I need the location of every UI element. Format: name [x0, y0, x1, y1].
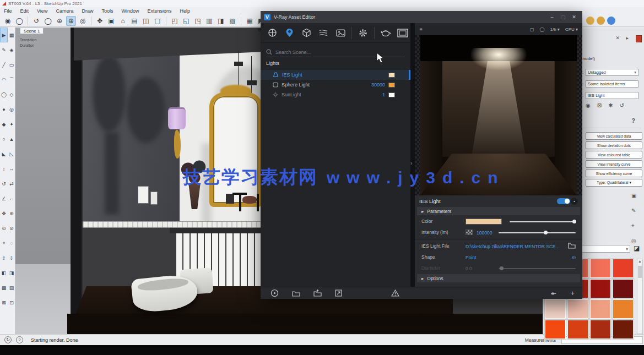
export-icon[interactable] [335, 290, 342, 297]
geometry-icon[interactable] [300, 27, 312, 39]
intensity-slider-knob[interactable] [544, 231, 548, 234]
walk-tool-icon[interactable]: ⇧ [0, 250, 8, 265]
circle-icon[interactable]: ◯ [43, 16, 53, 26]
orbit-tool-icon[interactable]: ∠ [0, 191, 8, 206]
rectangle-tool-icon[interactable]: ▭ [8, 57, 15, 72]
pan-tool-icon[interactable]: ⌐ [8, 191, 15, 206]
tape-measure-icon[interactable]: ◣ [0, 146, 8, 161]
list-item-ies-light[interactable]: IES Light [261, 70, 410, 80]
extra-tool2-icon[interactable]: ⊡ [8, 295, 15, 310]
save-folder-icon[interactable] [313, 290, 322, 297]
lights-icon[interactable] [283, 27, 295, 39]
text-tool-icon[interactable]: ↔ [8, 161, 15, 176]
offset-tool-icon[interactable]: ◎ [8, 102, 15, 117]
zoom-extents-icon[interactable]: ⊕ [66, 16, 76, 26]
tray-button-5[interactable]: Show efficiency curve [586, 170, 642, 177]
vray-ipr-icon[interactable] [597, 17, 605, 25]
paint-icon[interactable]: ▤ [129, 16, 139, 26]
rectangle-icon[interactable]: ▣ [106, 16, 116, 26]
menu-item-view[interactable]: View [37, 8, 47, 14]
light-enable-toggle[interactable] [557, 198, 570, 204]
materials-icon[interactable] [266, 27, 278, 39]
menu-item-window[interactable]: Window [121, 8, 139, 14]
zoom-extents-tool-icon[interactable]: ⊙ [0, 221, 8, 236]
cast-shadows-icon[interactable]: ↺ [620, 102, 624, 108]
edit-material-icon[interactable]: ▣ [631, 193, 636, 199]
look-around-icon[interactable]: ◌ [8, 236, 15, 250]
texture-slot-icon[interactable] [466, 230, 473, 235]
undo-icon[interactable]: ↺ [31, 16, 41, 26]
color-swatch[interactable] [590, 279, 611, 298]
open-folder-icon[interactable] [292, 290, 300, 297]
intensity-slider[interactable] [499, 232, 576, 233]
paint-roller-icon[interactable]: ◪ [634, 244, 640, 252]
vray-titlebar[interactable]: V V-Ray Asset Editor – ▢ ✕ [261, 11, 582, 23]
menu-item-extensions[interactable]: Extensions [147, 8, 171, 14]
list-item-sphere-light[interactable]: Sphere Light 30000 [261, 80, 410, 90]
locked-toggle-icon[interactable]: ⊠ [597, 102, 602, 108]
section-display-icon[interactable]: ◨ [8, 265, 15, 280]
intensity-value[interactable]: 100000 [477, 230, 492, 236]
style-box2-icon[interactable]: ▨ [8, 280, 15, 295]
shadow-icon[interactable]: ▥ [204, 16, 214, 26]
select-tool-icon[interactable]: ▶ [0, 28, 8, 42]
color-swatch[interactable] [545, 320, 566, 339]
box-icon[interactable]: ◫ [141, 16, 151, 26]
light-color-swatch[interactable] [388, 92, 395, 97]
pushpull-tool-icon[interactable]: ● [0, 102, 8, 117]
zoom-tool-icon[interactable]: ✥ [0, 206, 8, 221]
settings-icon[interactable] [357, 27, 369, 39]
light-color-swatch[interactable] [388, 83, 395, 88]
lens-effects-icon[interactable]: ◯ [540, 27, 545, 32]
instance-input[interactable]: Some isolated items [586, 80, 638, 88]
position-camera-icon[interactable]: ⌖ [0, 236, 8, 250]
tray-button-1[interactable]: View calculated data [586, 132, 642, 140]
protractor-tool-icon[interactable]: ↕ [0, 161, 8, 176]
panel-icon[interactable]: ▢ [153, 16, 163, 26]
scroll-up-icon[interactable]: ▲ [637, 259, 642, 263]
swatch-box-icon[interactable]: ✎ [631, 207, 636, 214]
color-swatch[interactable] [613, 299, 634, 319]
push-pull-icon[interactable]: ✥ [95, 16, 105, 26]
displacement-icon[interactable] [317, 27, 329, 39]
color-swatch[interactable] [567, 299, 588, 319]
textures-icon[interactable] [334, 27, 347, 39]
color-swatch[interactable] [567, 320, 588, 339]
menu-item-edit[interactable]: Edit [20, 8, 29, 14]
eraser-tool-icon[interactable]: ▦ [8, 28, 15, 42]
open-file-icon[interactable] [568, 242, 576, 249]
snowflake-icon[interactable]: ✳ [419, 27, 423, 32]
color-swatch[interactable] [466, 219, 502, 225]
region-render-icon[interactable]: ▢ [530, 27, 534, 32]
help-circle-icon[interactable]: ? [16, 336, 23, 343]
help-icon[interactable]: ? [631, 117, 635, 124]
render-history-label[interactable]: 1/h ▾ [550, 27, 559, 32]
color-swatch[interactable] [590, 320, 611, 339]
engine-select[interactable]: CPU ▾ [565, 27, 578, 32]
close-button[interactable]: ✕ [568, 11, 580, 23]
tray-button-3[interactable]: View coloured table [586, 151, 642, 159]
receive-shadows-icon[interactable]: ✱ [608, 102, 613, 108]
maximize-button[interactable]: ▢ [557, 11, 569, 23]
color-swatch[interactable] [613, 259, 634, 278]
rotate-tool-icon[interactable]: ✦ [8, 117, 15, 132]
frame-buffer-icon[interactable] [397, 27, 409, 39]
scrollbar-thumb[interactable] [638, 266, 642, 278]
section-icon[interactable]: ◨ [216, 16, 226, 26]
warning-icon[interactable] [391, 290, 399, 297]
circle-tool-icon[interactable]: ◯ [0, 87, 8, 102]
orbit-icon[interactable]: ◯ [14, 16, 24, 26]
dimension-tool-icon[interactable]: ◺ [8, 146, 15, 161]
layers-icon[interactable]: ◳ [193, 16, 203, 26]
menu-item-camera[interactable]: Camera [56, 8, 73, 14]
list-item-sunlight[interactable]: SunLight 1 [261, 90, 410, 100]
definition-input[interactable]: IES Light [586, 92, 638, 99]
paint-bucket-icon[interactable]: ✎ [0, 42, 8, 57]
zoom-icon[interactable]: ◎ [78, 16, 88, 26]
picker-icon[interactable]: ⌖ [631, 222, 636, 229]
light-color-swatch[interactable] [388, 73, 395, 78]
color-swatch[interactable] [590, 299, 611, 319]
tray-button-2[interactable]: Show deviation dots [586, 141, 642, 149]
geolocation-icon[interactable]: ↻ [4, 336, 12, 343]
tray-pin-icon[interactable]: ▸ [626, 35, 629, 41]
